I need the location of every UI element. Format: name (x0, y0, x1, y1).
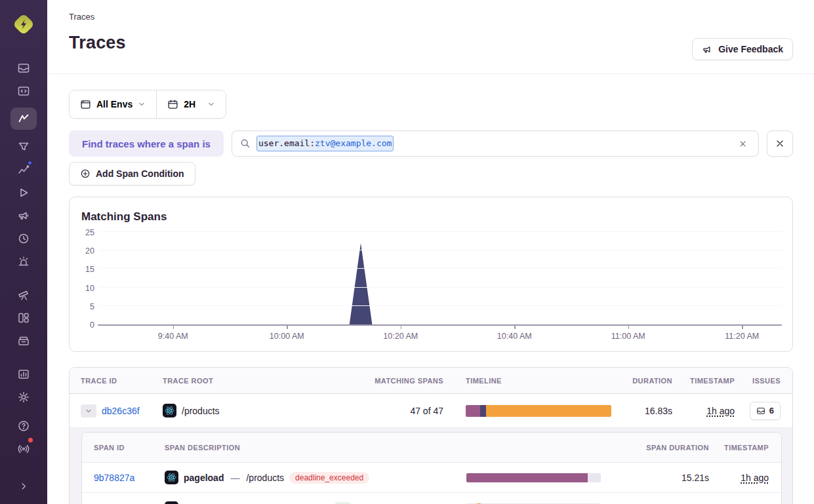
search-token[interactable]: user.email:ztv@example.com (256, 136, 394, 151)
trace-row: db26c36f /products 47 of 47 16.83s 1h ag… (70, 394, 792, 428)
sidebar-nav (10, 56, 37, 408)
col-span-description: Span Description (165, 444, 466, 452)
sidebar-bottom (0, 414, 47, 497)
environment-filter[interactable]: All Envs (70, 90, 156, 118)
sidebar-item-help[interactable] (17, 414, 30, 437)
sidebar-item-traces[interactable] (10, 105, 37, 132)
col-trace-root: Trace Root (163, 377, 368, 385)
active-highlight (10, 107, 37, 130)
matching-spans-chart[interactable]: 0510152025 9:40 AM10:00 AM10:20 AM10:40 … (99, 232, 782, 324)
megaphone-icon (17, 209, 30, 222)
trace-timeline-bar (466, 405, 611, 417)
notification-dot-red (27, 436, 34, 444)
sidebar-item-explore[interactable] (17, 79, 30, 102)
col-issues: Issues (735, 377, 792, 385)
area-series (99, 232, 782, 324)
breadcrumb[interactable]: Traces (69, 12, 793, 22)
funnel-icon (17, 140, 30, 153)
span-table-header: Span ID Span Description Span Duration T… (82, 433, 781, 463)
main-area: Traces Traces Give Feedback All Envs 2H … (47, 0, 814, 504)
sidebar-item-feedback[interactable] (17, 204, 30, 227)
span-duration-cell: 15.21s (624, 473, 709, 483)
issues-count: 6 (769, 406, 774, 416)
span-id-cell: 9b78827a (82, 473, 165, 483)
y-axis: 0510152025 (80, 232, 96, 324)
relative-timestamp[interactable]: 1h ago (706, 406, 735, 416)
add-span-condition-button[interactable]: Add Span Condition (69, 162, 195, 185)
span-condition-pill: Find traces where a span is (69, 130, 224, 157)
col-matching-spans: Matching Spans (368, 377, 455, 385)
help-icon (17, 419, 30, 433)
col-duration: Duration (611, 377, 672, 385)
sidebar-item-settings[interactable] (17, 385, 30, 408)
traces-icon (17, 112, 30, 125)
span-table-wrapper: Span ID Span Description Span Duration T… (70, 428, 792, 504)
sidebar-item-releases[interactable] (17, 329, 30, 352)
clear-search-button[interactable] (735, 136, 750, 151)
trace-root-cell: /products (163, 404, 368, 417)
feedback-label: Give Feedback (718, 44, 783, 54)
sidebar-item-replays[interactable] (17, 181, 30, 204)
window-icon (80, 99, 91, 110)
relative-timestamp[interactable]: 1h ago (741, 473, 769, 483)
chevron-down-icon (85, 407, 92, 415)
calendar-icon (167, 99, 178, 110)
span-row: 9b78827a pageload — /products deadline_e… (82, 463, 781, 493)
remove-condition-button[interactable] (767, 130, 793, 157)
time-range-label: 2H (184, 99, 195, 109)
sidebar-item-issues[interactable] (17, 56, 30, 79)
span-description-cell: pageload — /products deadline_exceeded (165, 471, 466, 484)
sidebar-item-stats[interactable] (17, 362, 30, 385)
clock-icon (17, 232, 30, 245)
time-range-filter[interactable]: 2H (157, 90, 226, 118)
search-icon (240, 138, 251, 149)
content: All Envs 2H Find traces where a span is … (47, 74, 814, 504)
telescope-icon (17, 288, 30, 301)
chevron-down-icon (138, 100, 146, 108)
notification-dot-blue (27, 160, 33, 166)
give-feedback-button[interactable]: Give Feedback (692, 38, 793, 60)
chart-title: Matching Spans (81, 210, 782, 223)
sidebar-item-insights[interactable] (17, 135, 30, 158)
sidebar-item-broadcasts[interactable] (17, 437, 30, 460)
environment-filter-label: All Envs (96, 99, 132, 109)
span-description-cell: http.server — GET /organization ok (165, 501, 466, 504)
react-platform-icon (163, 404, 176, 417)
sidebar-item-dashboards[interactable] (17, 306, 30, 329)
sidebar-item-alerts[interactable] (17, 250, 30, 273)
issues-icon (17, 62, 30, 75)
issues-cell: 6 (735, 402, 792, 420)
sidebar-item-history[interactable] (17, 227, 30, 250)
bar-chart-icon (17, 368, 30, 381)
timeline-cell (455, 405, 611, 417)
issues-icon (756, 406, 765, 416)
span-table: Span ID Span Description Span Duration T… (81, 432, 782, 504)
span-id-link[interactable]: 9b78827a (94, 473, 134, 483)
megaphone-icon (702, 44, 713, 55)
span-search-row: Find traces where a span is user.email:z… (69, 130, 793, 157)
span-search-input[interactable]: user.email:ztv@example.com (232, 130, 759, 157)
page-header: Traces Traces Give Feedback (47, 0, 814, 74)
trace-id-link[interactable]: db26c36f (102, 406, 140, 416)
token-value: ztv@example.com (315, 138, 392, 148)
sidebar-item-performance[interactable] (17, 158, 30, 181)
trace-root-label: /products (182, 406, 220, 416)
plus-circle-icon (80, 168, 91, 179)
sidebar-item-discover[interactable] (17, 283, 30, 306)
add-span-condition-label: Add Span Condition (96, 168, 184, 179)
x-icon (775, 138, 785, 149)
span-description: /products (246, 473, 284, 483)
span-timeline-cell (466, 473, 624, 482)
x-icon (738, 139, 748, 149)
span-op: pageload (184, 473, 224, 483)
page-title: Traces (69, 33, 793, 53)
span-timeline-bar (466, 473, 601, 482)
chevron-down-icon (207, 100, 215, 108)
issues-count-button[interactable]: 6 (750, 402, 781, 420)
matching-spans-panel: Matching Spans 0510152025 9:40 AM10:00 A… (69, 197, 793, 352)
sentry-logo-icon[interactable] (10, 10, 37, 41)
sidebar-collapse-toggle[interactable] (18, 475, 30, 497)
collapse-trace-button[interactable] (81, 404, 96, 417)
broadcast-icon (17, 442, 30, 456)
col-trace-id: Trace ID (70, 377, 163, 385)
